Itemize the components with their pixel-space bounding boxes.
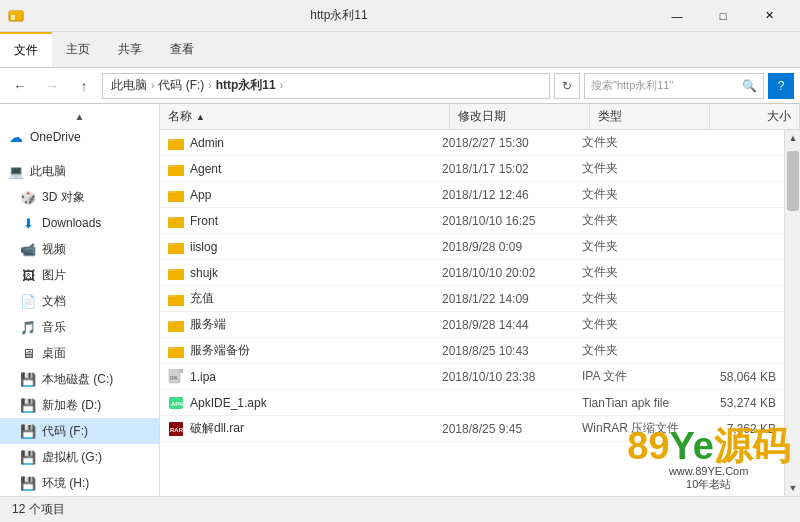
sidebar-label-videos: 视频 — [42, 241, 66, 258]
file-name-0: Admin — [190, 136, 224, 150]
refresh-button[interactable]: ↻ — [554, 73, 580, 99]
tab-file[interactable]: 文件 — [0, 32, 52, 67]
table-row[interactable]: APK ApkIDE_1.apk TianTian apk file 53,27… — [160, 390, 784, 416]
cell-type-8: 文件夹 — [574, 338, 694, 363]
file-name-4: iislog — [190, 240, 217, 254]
file-icon-6 — [168, 291, 184, 307]
svg-rect-23 — [168, 297, 184, 306]
file-header: 名称 ▲ 修改日期 类型 大小 — [160, 104, 800, 130]
cell-date-4: 2018/9/28 0:09 — [434, 234, 574, 259]
window-controls[interactable]: — □ ✕ — [654, 0, 792, 32]
computer-icon — [8, 163, 24, 179]
sidebar-label-desktop: 桌面 — [42, 345, 66, 362]
sidebar-item-codeF[interactable]: 代码 (F:) — [0, 418, 159, 444]
table-row[interactable]: App 2018/1/12 12:46 文件夹 — [160, 182, 784, 208]
tab-share[interactable]: 共享 — [104, 32, 156, 67]
scroll-up-button[interactable]: ▲ — [785, 130, 800, 146]
col-type-label: 类型 — [598, 108, 622, 125]
table-row[interactable]: 服务端备份 2018/8/25 10:43 文件夹 — [160, 338, 784, 364]
col-header-name[interactable]: 名称 ▲ — [160, 104, 450, 129]
cell-size-2 — [694, 182, 784, 207]
svg-rect-5 — [168, 141, 184, 150]
table-row[interactable]: 充值 2018/1/22 14:09 文件夹 — [160, 286, 784, 312]
sidebar-item-envH[interactable]: 环境 (H:) — [0, 470, 159, 496]
col-name-label: 名称 — [168, 108, 192, 125]
breadcrumb-folder: http永利11 — [216, 77, 276, 94]
window-icon — [8, 8, 24, 24]
cell-date-3: 2018/10/10 16:25 — [434, 208, 574, 233]
window-title: http永利11 — [24, 7, 654, 24]
table-row[interactable]: Admin 2018/2/27 15:30 文件夹 — [160, 130, 784, 156]
close-button[interactable]: ✕ — [746, 0, 792, 32]
sidebar-item-downloads[interactable]: Downloads — [0, 210, 159, 236]
sidebar-label-downloads: Downloads — [42, 216, 101, 230]
table-row[interactable]: 服务端 2018/9/28 14:44 文件夹 — [160, 312, 784, 338]
help-button[interactable]: ? — [768, 73, 794, 99]
music-icon — [20, 319, 36, 335]
sidebar-item-music[interactable]: 音乐 — [0, 314, 159, 340]
watermark-89: 89 — [627, 425, 669, 467]
cell-name-4: iislog — [160, 234, 434, 259]
sidebar: ▲ OneDrive 此电脑 3D 对象 Downloads 视频 图片 — [0, 104, 160, 496]
svg-rect-2 — [11, 15, 15, 20]
table-row[interactable]: shujk 2018/10/10 20:02 文件夹 — [160, 260, 784, 286]
search-box[interactable]: 搜索"http永利11" 🔍 — [584, 73, 764, 99]
svg-rect-29 — [168, 349, 184, 358]
cell-date-5: 2018/10/10 20:02 — [434, 260, 574, 285]
file-icon-3 — [168, 213, 184, 229]
sidebar-item-newD[interactable]: 新加卷 (D:) — [0, 392, 159, 418]
svg-rect-17 — [168, 245, 184, 254]
sidebar-item-onedrive[interactable]: OneDrive — [0, 124, 159, 150]
sidebar-item-videos[interactable]: 视频 — [0, 236, 159, 262]
ribbon: 文件 主页 共享 查看 — [0, 32, 800, 68]
table-row[interactable]: iislog 2018/9/28 0:09 文件夹 — [160, 234, 784, 260]
sidebar-item-vmG[interactable]: 虚拟机 (G:) — [0, 444, 159, 470]
file-icon-4 — [168, 239, 184, 255]
table-row[interactable]: Front 2018/10/10 16:25 文件夹 — [160, 208, 784, 234]
cell-name-1: Agent — [160, 156, 434, 181]
cell-type-10: TianTian apk file — [574, 390, 694, 415]
sidebar-item-pictures[interactable]: 图片 — [0, 262, 159, 288]
sidebar-item-documents[interactable]: 文档 — [0, 288, 159, 314]
svg-text:IPA: IPA — [170, 375, 178, 381]
watermark-ye: Ye — [670, 425, 714, 467]
sidebar-label-3d: 3D 对象 — [42, 189, 85, 206]
table-row[interactable]: IPA 1.ipa 2018/10/10 23:38 IPA 文件 58,064… — [160, 364, 784, 390]
up-button[interactable]: ↑ — [70, 72, 98, 100]
cell-name-2: App — [160, 182, 434, 207]
col-header-type[interactable]: 类型 — [590, 104, 710, 129]
file-name-8: 服务端备份 — [190, 342, 250, 359]
scroll-thumb[interactable] — [787, 151, 799, 211]
tab-view[interactable]: 查看 — [156, 32, 208, 67]
sidebar-label-pictures: 图片 — [42, 267, 66, 284]
picture-icon — [20, 267, 36, 283]
cell-name-3: Front — [160, 208, 434, 233]
breadcrumb-drive: 代码 (F:) — [158, 77, 204, 94]
sidebar-item-desktop[interactable]: 桌面 — [0, 340, 159, 366]
cell-name-7: 服务端 — [160, 312, 434, 337]
file-name-6: 充值 — [190, 290, 214, 307]
sidebar-item-3dobjects[interactable]: 3D 对象 — [0, 184, 159, 210]
col-header-size[interactable]: 大小 — [710, 104, 800, 129]
svg-rect-26 — [168, 323, 184, 332]
sidebar-item-localC[interactable]: 本地磁盘 (C:) — [0, 366, 159, 392]
file-name-9: 1.ipa — [190, 370, 216, 384]
back-button[interactable]: ← — [6, 72, 34, 100]
svg-text:RAR: RAR — [170, 427, 184, 433]
download-icon — [20, 215, 36, 231]
path-sep-3: › — [280, 80, 283, 91]
table-row[interactable]: Agent 2018/1/17 15:02 文件夹 — [160, 156, 784, 182]
address-path[interactable]: 此电脑 › 代码 (F:) › http永利11 › — [102, 73, 550, 99]
watermark-url: www.89YE.Com — [669, 465, 748, 477]
sidebar-item-thispc[interactable]: 此电脑 — [0, 158, 159, 184]
watermark-tagline: 10年老站 — [686, 477, 731, 492]
col-header-date[interactable]: 修改日期 — [450, 104, 590, 129]
cell-type-5: 文件夹 — [574, 260, 694, 285]
tab-home[interactable]: 主页 — [52, 32, 104, 67]
address-bar: ← → ↑ 此电脑 › 代码 (F:) › http永利11 › ↻ 搜索"ht… — [0, 68, 800, 104]
sidebar-scroll-up[interactable]: ▲ — [0, 108, 159, 124]
cell-size-0 — [694, 130, 784, 155]
minimize-button[interactable]: — — [654, 0, 700, 32]
svg-rect-32 — [179, 369, 183, 373]
maximize-button[interactable]: □ — [700, 0, 746, 32]
